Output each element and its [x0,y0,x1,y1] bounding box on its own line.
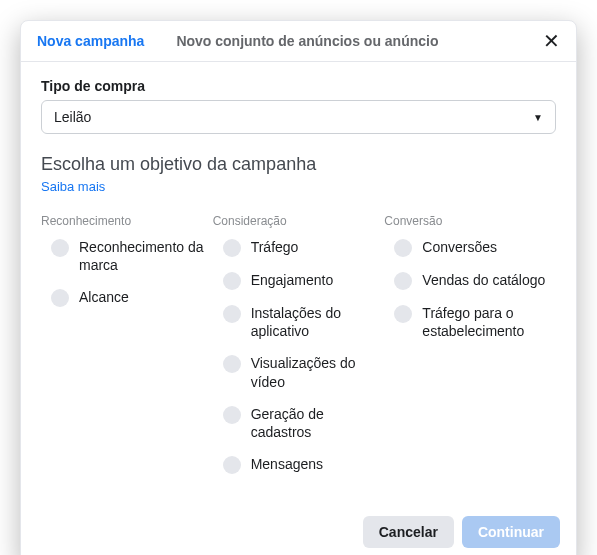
buying-type-label: Tipo de compra [41,78,556,94]
radio-icon [394,272,412,290]
option-conversions[interactable]: Conversões [384,238,556,257]
continue-button[interactable]: Continuar [462,516,560,548]
column-awareness: Reconhecimento Reconhecimento da marca A… [41,214,213,488]
option-messages[interactable]: Mensagens [213,455,385,474]
option-traffic[interactable]: Tráfego [213,238,385,257]
radio-icon [223,406,241,424]
option-label: Vendas do catálogo [422,271,553,289]
option-label: Tráfego [251,238,307,256]
dialog-footer: Cancelar Continuar [21,504,576,555]
buying-type-value: Leilão [54,109,91,125]
objective-heading: Escolha um objetivo da campanha [41,154,556,175]
close-icon: ✕ [543,29,560,53]
option-app-installs[interactable]: Instalações do aplicativo [213,304,385,340]
column-consideration: Consideração Tráfego Engajamento Instala… [213,214,385,488]
chevron-down-icon: ▼ [533,112,543,123]
column-header-conversion: Conversão [384,214,556,228]
option-engagement[interactable]: Engajamento [213,271,385,290]
column-header-consideration: Consideração [213,214,385,228]
option-label: Alcance [79,288,137,306]
close-button[interactable]: ✕ [527,29,576,53]
option-label: Conversões [422,238,505,256]
radio-icon [223,239,241,257]
campaign-dialog: Nova campanha Novo conjunto de anúncios … [20,20,577,555]
option-label: Geração de cadastros [251,405,385,441]
tab-new-adset[interactable]: Novo conjunto de anúncios ou anúncio [160,21,454,61]
radio-icon [223,305,241,323]
radio-icon [223,355,241,373]
column-header-awareness: Reconhecimento [41,214,213,228]
dialog-tabs: Nova campanha Novo conjunto de anúncios … [21,21,576,62]
radio-icon [51,289,69,307]
option-reach[interactable]: Alcance [41,288,213,307]
option-label: Reconhecimento da marca [79,238,213,274]
radio-icon [394,239,412,257]
dialog-body: Tipo de compra Leilão ▼ Escolha um objet… [21,62,576,504]
cancel-button[interactable]: Cancelar [363,516,454,548]
option-catalog-sales[interactable]: Vendas do catálogo [384,271,556,290]
option-label: Visualizações do vídeo [251,354,385,390]
radio-icon [223,272,241,290]
option-label: Tráfego para o estabelecimento [422,304,556,340]
option-brand-awareness[interactable]: Reconhecimento da marca [41,238,213,274]
learn-more-link[interactable]: Saiba mais [41,179,105,194]
radio-icon [51,239,69,257]
radio-icon [394,305,412,323]
option-label: Engajamento [251,271,342,289]
objective-columns: Reconhecimento Reconhecimento da marca A… [41,214,556,488]
option-label: Mensagens [251,455,331,473]
option-store-traffic[interactable]: Tráfego para o estabelecimento [384,304,556,340]
option-label: Instalações do aplicativo [251,304,385,340]
buying-type-select[interactable]: Leilão ▼ [41,100,556,134]
option-lead-generation[interactable]: Geração de cadastros [213,405,385,441]
column-conversion: Conversão Conversões Vendas do catálogo … [384,214,556,488]
option-video-views[interactable]: Visualizações do vídeo [213,354,385,390]
radio-icon [223,456,241,474]
tab-new-campaign[interactable]: Nova campanha [21,21,160,61]
